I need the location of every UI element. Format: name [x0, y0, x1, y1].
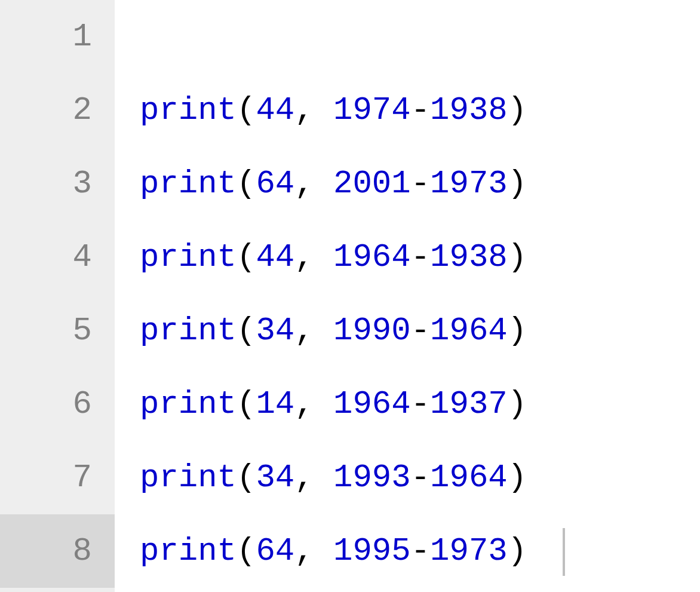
code-token-num: 1964	[430, 459, 508, 496]
code-editor-area[interactable]: print(44, 1974-1938) print(64, 2001-1973…	[115, 0, 700, 592]
code-line[interactable]: print(44, 1974-1938)	[140, 73, 700, 147]
code-line[interactable]: print(64, 2001-1973)	[140, 147, 700, 220]
code-line[interactable]: print(34, 1990-1964)	[140, 294, 700, 367]
code-token-func: print	[140, 312, 237, 349]
code-token-func: print	[140, 239, 237, 275]
code-token-num: 1974	[333, 92, 411, 128]
code-token-num: 1993	[333, 459, 411, 496]
line-number-gutter: 1 2 3 4 5 6 7 8	[0, 0, 115, 592]
line-number[interactable]: 2	[0, 73, 115, 147]
code-token-punc: (	[237, 239, 256, 275]
code-token-func: print	[140, 165, 237, 202]
line-number[interactable]: 1	[0, 0, 115, 73]
code-token-punc: ,	[294, 312, 333, 349]
code-token-num: 1964	[333, 239, 411, 275]
code-token-punc: (	[237, 312, 256, 349]
code-token-num: 1937	[430, 386, 508, 422]
code-line[interactable]: print(44, 1964-1938)	[140, 220, 700, 294]
line-number[interactable]: 6	[0, 367, 115, 441]
code-token-punc: )	[508, 312, 527, 349]
code-token-num: 1938	[430, 92, 508, 128]
code-token-punc: ,	[294, 239, 333, 275]
code-token-punc: )	[508, 165, 527, 202]
code-token-num: 1973	[430, 533, 508, 569]
code-token-func: print	[140, 533, 237, 569]
code-line[interactable]: print(14, 1964-1937)	[140, 367, 700, 441]
line-number[interactable]: 3	[0, 147, 115, 220]
code-token-punc: -	[411, 533, 430, 569]
code-token-punc: -	[411, 312, 430, 349]
code-token-punc: ,	[294, 165, 333, 202]
code-token-num: 34	[256, 312, 294, 349]
line-number[interactable]: 4	[0, 220, 115, 294]
code-token-punc: )	[508, 239, 527, 275]
code-token-punc: -	[411, 459, 430, 496]
code-line[interactable]: print(34, 1993-1964)	[140, 441, 700, 514]
code-token-func: print	[140, 386, 237, 422]
code-token-num: 2001	[333, 165, 411, 202]
code-token-num: 64	[256, 533, 294, 569]
code-token-num: 44	[256, 239, 294, 275]
line-number[interactable]: 5	[0, 294, 115, 367]
code-token-num: 1964	[333, 386, 411, 422]
code-token-punc: -	[411, 239, 430, 275]
code-token-punc: (	[237, 459, 256, 496]
code-token-punc: )	[508, 92, 527, 128]
code-token-punc: ,	[294, 459, 333, 496]
code-token-punc: -	[411, 165, 430, 202]
code-token-punc: ,	[294, 533, 333, 569]
code-line[interactable]	[140, 0, 700, 73]
code-token-func: print	[140, 459, 237, 496]
code-token-punc: -	[411, 386, 430, 422]
code-token-num: 34	[256, 459, 294, 496]
code-token-num: 1995	[333, 533, 411, 569]
code-token-num: 1990	[333, 312, 411, 349]
code-token-num: 44	[256, 92, 294, 128]
text-caret	[563, 528, 565, 576]
code-token-num: 1964	[430, 312, 508, 349]
code-token-punc: (	[237, 92, 256, 128]
code-token-func: print	[140, 92, 237, 128]
code-token-punc: (	[237, 165, 256, 202]
code-token-punc: (	[237, 386, 256, 422]
code-token-num: 1973	[430, 165, 508, 202]
code-line[interactable]: print(64, 1995-1973)	[140, 514, 700, 588]
code-token-punc: )	[508, 459, 527, 496]
code-token-num: 64	[256, 165, 294, 202]
line-number[interactable]: 7	[0, 441, 115, 514]
code-token-punc: )	[508, 533, 527, 569]
code-token-num: 1938	[430, 239, 508, 275]
line-number[interactable]: 8	[0, 514, 115, 588]
code-token-punc: ,	[294, 92, 333, 128]
code-token-punc: ,	[294, 386, 333, 422]
code-token-punc: )	[508, 386, 527, 422]
code-token-punc: -	[411, 92, 430, 128]
code-token-punc: (	[237, 533, 256, 569]
code-token-num: 14	[256, 386, 294, 422]
